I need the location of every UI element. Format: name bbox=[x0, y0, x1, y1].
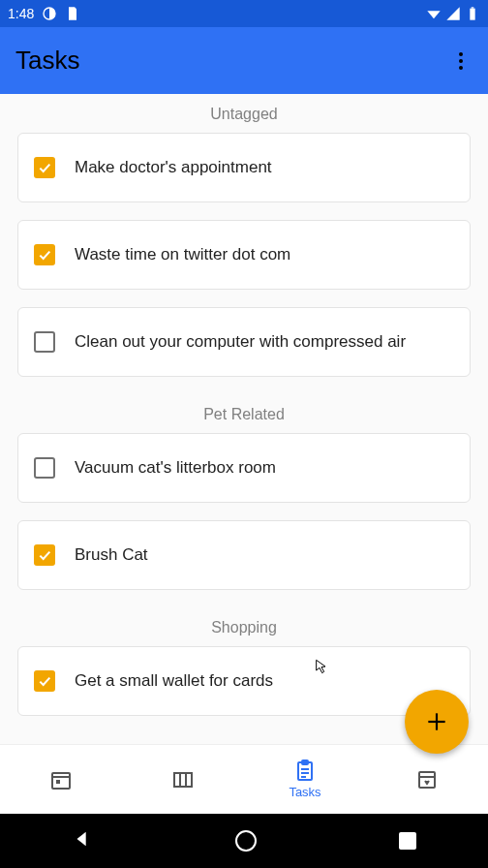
nav-tasks[interactable]: Tasks bbox=[244, 745, 366, 814]
android-nav-bar bbox=[0, 814, 488, 868]
clipboard-list-icon bbox=[293, 760, 317, 783]
section-header: Pet Related bbox=[17, 394, 471, 433]
recents-button[interactable] bbox=[399, 832, 416, 850]
svg-rect-8 bbox=[52, 773, 70, 789]
wifi-icon bbox=[426, 6, 442, 21]
task-row[interactable]: Vacuum cat's litterbox room bbox=[17, 433, 471, 503]
svg-rect-2 bbox=[472, 7, 474, 8]
contrast-icon bbox=[42, 6, 57, 21]
task-row[interactable]: Make doctor's appointment bbox=[17, 133, 471, 202]
battery-icon bbox=[465, 6, 480, 21]
columns-icon bbox=[171, 768, 195, 791]
page-title: Tasks bbox=[15, 46, 79, 76]
task-checkbox[interactable] bbox=[34, 670, 55, 692]
plus-icon bbox=[424, 709, 449, 734]
svg-rect-15 bbox=[302, 760, 308, 764]
nav-archive[interactable] bbox=[366, 745, 488, 814]
nav-columns[interactable] bbox=[122, 745, 244, 814]
sd-card-icon bbox=[65, 6, 80, 21]
task-label: Vacuum cat's litterbox room bbox=[75, 458, 276, 478]
more-vert-icon bbox=[449, 49, 473, 73]
overflow-menu-button[interactable] bbox=[449, 49, 473, 73]
svg-point-5 bbox=[459, 66, 463, 70]
status-clock: 1:48 bbox=[8, 6, 34, 21]
task-checkbox[interactable] bbox=[34, 244, 55, 265]
section-header: Shopping bbox=[17, 607, 471, 646]
home-button[interactable] bbox=[235, 830, 257, 852]
task-label: Get a small wallet for cards bbox=[75, 671, 273, 691]
nav-calendar[interactable] bbox=[0, 745, 122, 814]
task-checkbox[interactable] bbox=[34, 457, 55, 479]
task-checkbox[interactable] bbox=[34, 544, 55, 566]
back-button[interactable] bbox=[72, 828, 93, 853]
svg-point-3 bbox=[459, 52, 463, 56]
add-task-fab[interactable] bbox=[405, 690, 469, 754]
task-label: Waste time on twitter dot com bbox=[75, 245, 290, 264]
task-row[interactable]: Brush Cat bbox=[17, 520, 471, 590]
task-label: Clean out your computer with compressed … bbox=[75, 332, 406, 352]
section-header: Untagged bbox=[17, 94, 471, 133]
nav-label: Tasks bbox=[289, 785, 320, 799]
task-checkbox[interactable] bbox=[34, 157, 55, 178]
calendar-icon bbox=[49, 768, 73, 791]
task-label: Make doctor's appointment bbox=[75, 158, 272, 177]
task-checkbox[interactable] bbox=[34, 331, 55, 353]
task-list[interactable]: Untagged Make doctor's appointment Waste… bbox=[0, 94, 488, 744]
status-bar: 1:48 bbox=[0, 0, 488, 27]
bottom-nav: Tasks bbox=[0, 744, 488, 814]
svg-rect-11 bbox=[174, 773, 192, 787]
task-row[interactable]: Clean out your computer with compressed … bbox=[17, 307, 471, 377]
svg-rect-1 bbox=[470, 9, 474, 20]
archive-icon bbox=[415, 768, 439, 791]
svg-point-4 bbox=[459, 59, 463, 63]
mouse-cursor bbox=[314, 659, 329, 674]
app-bar: Tasks bbox=[0, 27, 488, 94]
svg-rect-10 bbox=[56, 780, 60, 784]
task-label: Brush Cat bbox=[75, 545, 148, 565]
task-row[interactable]: Waste time on twitter dot com bbox=[17, 220, 471, 290]
signal-icon bbox=[445, 6, 461, 21]
task-row[interactable]: Get a small wallet for cards bbox=[17, 646, 471, 716]
